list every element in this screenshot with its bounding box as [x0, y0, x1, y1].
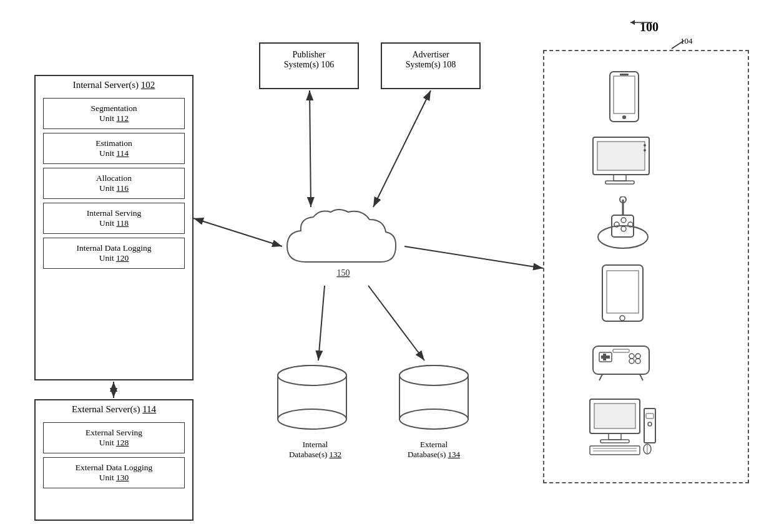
segmentation-unit: SegmentationUnit 112 — [43, 98, 185, 129]
allocation-unit: AllocationUnit 116 — [43, 168, 185, 199]
svg-point-5 — [622, 115, 626, 119]
svg-rect-4 — [614, 76, 635, 114]
svg-point-30 — [629, 359, 634, 364]
svg-rect-6 — [620, 74, 629, 75]
svg-marker-1 — [630, 20, 635, 25]
external-server-label: External Server(s) 114 — [36, 400, 192, 418]
svg-rect-37 — [609, 433, 621, 440]
internal-server-label: Internal Server(s) 102 — [36, 76, 192, 94]
svg-rect-8 — [597, 142, 645, 170]
svg-line-34 — [640, 374, 643, 380]
svg-rect-38 — [600, 440, 629, 443]
cloud-shape: 150 — [281, 206, 406, 287]
svg-line-68 — [404, 246, 543, 268]
svg-rect-9 — [614, 175, 626, 181]
svg-point-19 — [621, 218, 626, 223]
desktop-computer-icon — [587, 396, 659, 458]
svg-point-23 — [620, 316, 625, 321]
estimation-unit: EstimationUnit 114 — [43, 133, 185, 164]
svg-line-67 — [368, 286, 424, 360]
svg-line-64 — [310, 90, 311, 207]
internal-db-icon — [272, 362, 353, 437]
svg-rect-42 — [590, 446, 640, 455]
svg-point-52 — [278, 409, 346, 429]
svg-rect-10 — [605, 181, 634, 184]
svg-rect-36 — [594, 404, 635, 428]
svg-rect-32 — [613, 349, 629, 352]
external-db-icon — [393, 362, 474, 437]
svg-point-28 — [629, 354, 634, 359]
advertiser-system-box: AdvertiserSystem(s) 108 — [381, 42, 481, 89]
smartphone-icon — [596, 69, 652, 125]
internal-server-box: Internal Server(s) 102 SegmentationUnit … — [34, 75, 194, 380]
svg-point-31 — [635, 359, 640, 364]
svg-point-29 — [635, 354, 640, 359]
svg-line-33 — [599, 374, 602, 380]
svg-text:150: 150 — [337, 268, 350, 278]
external-db-label: ExternalDatabase(s) 134 — [393, 440, 474, 460]
svg-point-20 — [621, 226, 626, 231]
svg-point-53 — [278, 365, 346, 385]
svg-line-66 — [318, 286, 325, 360]
svg-point-58 — [399, 409, 468, 429]
svg-rect-40 — [646, 414, 654, 418]
monitor-icon — [590, 134, 655, 187]
svg-line-2 — [672, 41, 684, 49]
gamepad-icon — [593, 196, 652, 253]
diagram-container: 100 Internal Server(s) 102 SegmentationU… — [0, 0, 774, 532]
svg-point-12 — [644, 149, 646, 152]
publisher-system-box: PublisherSystem(s) 106 — [259, 42, 359, 89]
ref-100-arrow — [621, 17, 659, 42]
internal-serving-unit: Internal ServingUnit 118 — [43, 203, 185, 234]
tablet-icon — [599, 262, 646, 324]
ref-104-arrow — [667, 37, 685, 51]
svg-line-63 — [194, 218, 282, 246]
external-serving-unit: External ServingUnit 128 — [43, 422, 185, 453]
svg-rect-22 — [607, 271, 639, 313]
svg-point-59 — [399, 365, 468, 385]
svg-point-11 — [644, 144, 646, 147]
game-console-icon — [587, 334, 655, 384]
external-data-logging-unit: External Data LoggingUnit 130 — [43, 457, 185, 488]
svg-line-65 — [373, 90, 431, 207]
svg-point-41 — [648, 422, 652, 426]
svg-rect-3 — [610, 72, 639, 122]
external-server-box: External Server(s) 114 External ServingU… — [34, 399, 194, 521]
internal-db-label: InternalDatabase(s) 132 — [275, 440, 356, 460]
internal-data-logging-unit: Internal Data LoggingUnit 120 — [43, 238, 185, 269]
svg-rect-27 — [603, 354, 606, 360]
